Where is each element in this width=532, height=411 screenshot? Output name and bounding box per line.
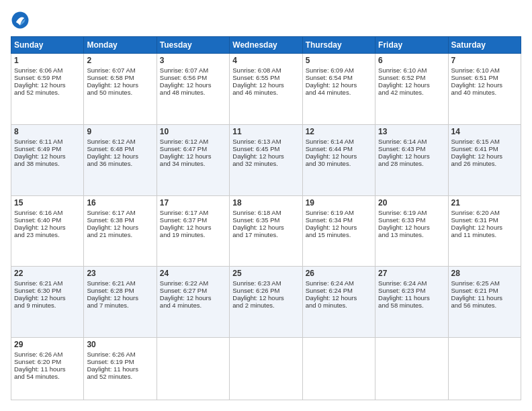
day-number: 12 xyxy=(306,127,372,136)
day-info-line: Daylight: 12 hours xyxy=(451,224,518,231)
day-info-line: Daylight: 12 hours xyxy=(378,81,445,89)
day-info-line: Sunset: 6:45 PM xyxy=(232,145,299,152)
day-info-line: and 7 minutes. xyxy=(87,302,153,309)
calendar-cell: 21Sunrise: 6:20 AMSunset: 6:31 PMDayligh… xyxy=(448,195,521,267)
day-number: 16 xyxy=(87,198,153,208)
calendar-week-3: 15Sunrise: 6:16 AMSunset: 6:40 PMDayligh… xyxy=(11,195,521,267)
calendar-cell: 3Sunrise: 6:07 AMSunset: 6:56 PMDaylight… xyxy=(157,54,229,125)
day-info-line: Sunrise: 6:10 AM xyxy=(451,66,518,74)
weekday-header-sunday: Sunday xyxy=(11,37,84,54)
day-info-line: Sunset: 6:55 PM xyxy=(232,74,299,81)
day-info-line: and 13 minutes. xyxy=(378,231,445,238)
calendar-week-2: 8Sunrise: 6:11 AMSunset: 6:49 PMDaylight… xyxy=(11,124,521,195)
day-info-line: Daylight: 11 hours xyxy=(378,294,445,302)
day-info-line: Sunset: 6:56 PM xyxy=(160,74,226,81)
day-info-line: Daylight: 12 hours xyxy=(232,294,299,302)
day-number: 14 xyxy=(451,127,518,136)
weekday-header-thursday: Thursday xyxy=(302,37,375,54)
calendar-cell: 4Sunrise: 6:08 AMSunset: 6:55 PMDaylight… xyxy=(230,54,302,125)
day-info-line: Daylight: 12 hours xyxy=(160,152,226,160)
day-info-line: Sunrise: 6:19 AM xyxy=(378,209,445,216)
header xyxy=(11,11,521,30)
calendar-cell: 18Sunrise: 6:18 AMSunset: 6:35 PMDayligh… xyxy=(230,195,302,267)
calendar-week-1: 1Sunrise: 6:06 AMSunset: 6:59 PMDaylight… xyxy=(11,54,521,125)
day-info-line: and 36 minutes. xyxy=(87,160,153,167)
day-info-line: Sunset: 6:52 PM xyxy=(378,74,445,81)
day-number: 18 xyxy=(232,198,299,208)
day-info-line: and 28 minutes. xyxy=(378,160,445,167)
day-info-line: and 11 minutes. xyxy=(451,231,518,238)
day-info-line: and 44 minutes. xyxy=(306,89,372,96)
logo-icon xyxy=(11,11,30,30)
day-info-line: Sunrise: 6:15 AM xyxy=(451,138,518,145)
calendar-cell: 30Sunrise: 6:26 AMSunset: 6:19 PMDayligh… xyxy=(84,338,157,400)
calendar-cell: 15Sunrise: 6:16 AMSunset: 6:40 PMDayligh… xyxy=(11,195,84,267)
calendar-cell: 27Sunrise: 6:24 AMSunset: 6:23 PMDayligh… xyxy=(375,267,448,338)
day-info-line: Sunrise: 6:18 AM xyxy=(232,209,299,216)
day-info-line: Daylight: 11 hours xyxy=(87,365,153,373)
day-info-line: and 48 minutes. xyxy=(160,89,226,96)
calendar-cell xyxy=(157,338,229,400)
day-info-line: Sunrise: 6:11 AM xyxy=(14,138,81,145)
day-info-line: Daylight: 12 hours xyxy=(87,224,153,231)
day-info-line: Sunrise: 6:06 AM xyxy=(14,66,81,74)
day-info-line: Sunset: 6:43 PM xyxy=(378,145,445,152)
day-info-line: and 54 minutes. xyxy=(14,373,81,380)
day-info-line: Sunrise: 6:25 AM xyxy=(451,279,518,287)
day-number: 10 xyxy=(160,127,226,136)
day-info-line: Daylight: 12 hours xyxy=(306,294,372,302)
day-info-line: and 52 minutes. xyxy=(87,373,153,380)
day-info-line: Sunrise: 6:12 AM xyxy=(87,138,153,145)
day-info-line: Sunset: 6:59 PM xyxy=(14,74,81,81)
calendar-cell: 29Sunrise: 6:26 AMSunset: 6:20 PMDayligh… xyxy=(11,338,84,400)
day-info-line: Sunrise: 6:26 AM xyxy=(87,351,153,358)
day-info-line: and 30 minutes. xyxy=(306,160,372,167)
calendar-cell: 10Sunrise: 6:12 AMSunset: 6:47 PMDayligh… xyxy=(157,124,229,195)
day-info-line: Sunrise: 6:24 AM xyxy=(306,279,372,287)
day-number: 25 xyxy=(232,269,299,278)
day-number: 27 xyxy=(378,269,445,278)
day-info-line: and 26 minutes. xyxy=(451,160,518,167)
day-info-line: Sunrise: 6:22 AM xyxy=(160,279,226,287)
calendar-cell xyxy=(448,338,521,400)
calendar-cell: 2Sunrise: 6:07 AMSunset: 6:58 PMDaylight… xyxy=(84,54,157,125)
day-info-line: Daylight: 11 hours xyxy=(451,294,518,302)
day-info-line: and 56 minutes. xyxy=(451,302,518,309)
day-info-line: Sunset: 6:21 PM xyxy=(451,287,518,294)
day-number: 6 xyxy=(378,56,445,65)
day-info-line: Daylight: 12 hours xyxy=(378,224,445,231)
day-number: 29 xyxy=(14,340,81,349)
day-number: 17 xyxy=(160,198,226,208)
day-info-line: Daylight: 12 hours xyxy=(87,81,153,89)
day-info-line: Sunset: 6:27 PM xyxy=(160,287,226,294)
day-info-line: Daylight: 12 hours xyxy=(451,152,518,160)
calendar-cell: 14Sunrise: 6:15 AMSunset: 6:41 PMDayligh… xyxy=(448,124,521,195)
day-number: 28 xyxy=(451,269,518,278)
day-info-line: Sunrise: 6:13 AM xyxy=(232,138,299,145)
day-number: 21 xyxy=(451,198,518,208)
day-number: 9 xyxy=(87,127,153,136)
calendar-cell: 28Sunrise: 6:25 AMSunset: 6:21 PMDayligh… xyxy=(448,267,521,338)
day-info-line: Daylight: 12 hours xyxy=(160,294,226,302)
day-info-line: Sunrise: 6:08 AM xyxy=(232,66,299,74)
calendar-cell xyxy=(230,338,302,400)
day-number: 23 xyxy=(87,269,153,278)
day-info-line: Sunrise: 6:12 AM xyxy=(160,138,226,145)
day-info-line: and 46 minutes. xyxy=(232,89,299,96)
day-info-line: Sunset: 6:40 PM xyxy=(14,216,81,224)
weekday-header-wednesday: Wednesday xyxy=(230,37,302,54)
day-info-line: Sunrise: 6:21 AM xyxy=(87,279,153,287)
day-number: 13 xyxy=(378,127,445,136)
day-info-line: Sunset: 6:35 PM xyxy=(232,216,299,224)
weekday-header-friday: Friday xyxy=(375,37,448,54)
day-number: 7 xyxy=(451,56,518,65)
day-info-line: Daylight: 12 hours xyxy=(160,81,226,89)
calendar-body: 1Sunrise: 6:06 AMSunset: 6:59 PMDaylight… xyxy=(11,54,521,400)
calendar-cell: 9Sunrise: 6:12 AMSunset: 6:48 PMDaylight… xyxy=(84,124,157,195)
calendar-week-5: 29Sunrise: 6:26 AMSunset: 6:20 PMDayligh… xyxy=(11,338,521,400)
day-info-line: Sunset: 6:49 PM xyxy=(14,145,81,152)
calendar-cell xyxy=(375,338,448,400)
day-number: 24 xyxy=(160,269,226,278)
weekday-header-monday: Monday xyxy=(84,37,157,54)
day-info-line: Sunrise: 6:10 AM xyxy=(378,66,445,74)
